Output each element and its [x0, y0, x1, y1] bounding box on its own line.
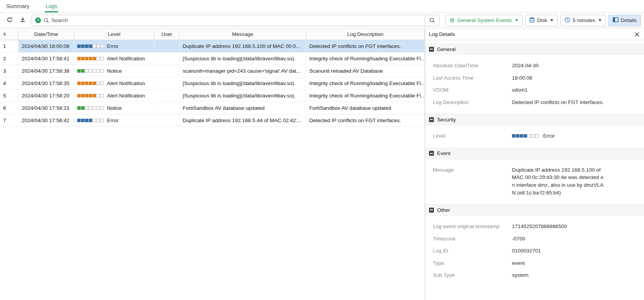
details-button-label: Details [621, 17, 637, 23]
row-description: Detected IP conflicts on FGT interfaces. [306, 114, 425, 126]
log-details-header: Log Details [425, 29, 644, 40]
field-value: Detected IP conflicts on FGT interfaces. [512, 99, 605, 106]
field-label: Absolute Date/Time [433, 62, 512, 70]
row-level: Notice [74, 65, 154, 77]
row-description: Detected IP conflicts on FGT interfaces. [306, 40, 425, 52]
column-header-datetime[interactable]: Date/Time [19, 29, 74, 40]
table-row[interactable]: 2 2024/04/30 17:58:41 Alert Notification… [0, 53, 425, 65]
detail-field: Log Description Detected IP conflicts on… [425, 96, 644, 109]
search-input[interactable] [49, 17, 425, 23]
log-table: # Date/Time Level User Message Log Descr… [0, 29, 425, 300]
tab-summary[interactable]: Summary [5, 0, 30, 12]
row-user [154, 53, 180, 65]
field-value: -0700 [512, 235, 605, 243]
download-button[interactable] [16, 15, 29, 26]
table-row[interactable]: 7 2024/04/30 17:56:42 Error Duplicate IP… [0, 114, 425, 127]
level-label: Error [543, 133, 555, 139]
detail-field: Sub Type system [425, 269, 644, 281]
row-message: Duplicate IP address 192.168.5.44 of MAC… [180, 114, 306, 126]
field-label: Last Access Time [433, 74, 512, 82]
row-user [154, 65, 180, 77]
details-toggle-button[interactable]: Details [608, 15, 641, 26]
row-message: Duplicate IP address 192.168.5.100 of MA… [180, 40, 306, 52]
level-bar [77, 44, 104, 48]
row-user [154, 114, 180, 126]
row-datetime: 2024/04/30 17:58:15 [19, 102, 74, 114]
section-security: Security Level Error [425, 114, 644, 145]
add-filter-icon[interactable] [35, 17, 41, 23]
column-header-user[interactable]: User [154, 29, 180, 40]
section-event: Event Message Duplicate IP address 192.1… [425, 148, 644, 201]
event-type-dropdown[interactable]: General System Events [446, 15, 522, 26]
section-other-header[interactable]: Other [425, 204, 644, 216]
field-label: Sub Type [433, 271, 512, 279]
disk-icon [529, 17, 535, 24]
field-value: 1714525207888886500 [512, 223, 605, 230]
level-bar [77, 57, 104, 60]
column-header-number[interactable]: # [0, 29, 19, 40]
row-level: Alert Notification [74, 90, 154, 102]
chevron-down-icon [550, 19, 553, 21]
toolbar: General System Events Disk 5 minutes Det… [0, 13, 644, 28]
field-value: 18:00:08 [512, 74, 605, 82]
row-description: FortiSandbox AV database updated [306, 102, 425, 114]
row-message: [Suspicious lib is loading](/data/lib/av… [180, 53, 306, 65]
detail-field: Absolute Date/Time 2024-04-30 [425, 60, 644, 72]
field-value: vdom1 [512, 86, 605, 94]
table-header: # Date/Time Level User Message Log Descr… [0, 29, 425, 40]
row-description: Scanunit reloaded AV Database [306, 65, 425, 77]
storage-dropdown[interactable]: Disk [525, 15, 558, 26]
table-row[interactable]: 6 2024/04/30 17:58:15 Notice FortiSandbo… [0, 102, 425, 114]
column-header-level[interactable]: Level [74, 29, 154, 40]
column-header-description[interactable]: Log Description [306, 29, 425, 40]
row-user [154, 77, 180, 89]
level-label: Notice [107, 105, 122, 111]
refresh-icon [7, 17, 13, 24]
clock-icon [564, 17, 570, 24]
section-event-header[interactable]: Event [425, 148, 644, 159]
refresh-button[interactable] [3, 15, 16, 26]
field-value: 2024-04-30 [512, 62, 605, 70]
row-level: Notice [74, 102, 154, 114]
search-submit-button[interactable] [425, 15, 439, 26]
detail-field: Log event original timestamp 17145252078… [425, 220, 644, 233]
collapse-icon [429, 208, 434, 213]
level-label: Alert Notification [107, 56, 145, 61]
section-title: Event [437, 150, 451, 156]
section-general-header[interactable]: General [425, 43, 644, 55]
row-datetime: 2024/04/30 18:00:08 [19, 40, 74, 52]
level-label: Notice [107, 68, 122, 74]
chevron-down-icon [598, 19, 602, 21]
time-range-dropdown[interactable]: 5 minutes [560, 15, 606, 26]
row-user [154, 90, 180, 102]
level-bar [77, 69, 104, 73]
tab-logs[interactable]: Logs [45, 0, 58, 12]
collapse-icon [429, 117, 434, 122]
row-level: Error [74, 114, 154, 126]
log-details-panel: Log Details General Absolute Date/Time 2… [425, 29, 644, 300]
details-panel-icon [613, 17, 619, 24]
row-number: 2 [0, 53, 19, 65]
level-bar [77, 82, 104, 85]
chevron-down-icon [515, 19, 518, 21]
row-datetime: 2024/04/30 17:58:35 [19, 77, 74, 89]
field-label: Log ID [433, 247, 512, 255]
section-security-header[interactable]: Security [425, 114, 644, 125]
row-number: 5 [0, 90, 19, 102]
table-row[interactable]: 5 2024/04/30 17:58:20 Alert Notification… [0, 90, 425, 102]
row-number: 6 [0, 102, 19, 114]
close-icon[interactable] [635, 32, 639, 37]
table-row[interactable]: 4 2024/04/30 17:58:35 Alert Notification… [0, 77, 425, 90]
detail-field: Log ID 0100032701 [425, 245, 644, 257]
table-row[interactable]: 3 2024/04/30 17:58:38 Notice scanunit=ma… [0, 65, 425, 77]
row-description: Integrity check of Running/loading Execu… [306, 77, 425, 89]
field-label: Message [433, 166, 512, 196]
level-bar [77, 106, 104, 110]
row-number: 7 [0, 114, 19, 126]
table-row[interactable]: 1 2024/04/30 18:00:08 Error Duplicate IP… [0, 40, 425, 53]
column-header-message[interactable]: Message [180, 29, 306, 40]
log-details-title: Log Details [429, 31, 455, 37]
row-message: [Suspicious lib is loading](/data/lib/av… [180, 77, 306, 89]
level-bar [77, 94, 104, 97]
row-level: Alert Notification [74, 53, 154, 65]
